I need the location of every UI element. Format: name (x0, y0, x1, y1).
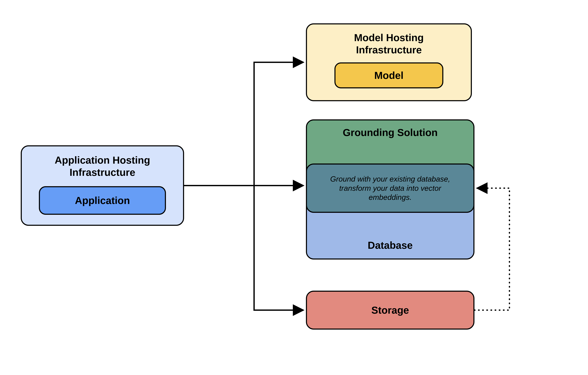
storage-label: Storage (371, 304, 409, 316)
edge-storage-to-overlap (474, 188, 509, 310)
edge-app-to-model (184, 62, 303, 186)
diagram-canvas: Application HostingInfrastructure Applic… (0, 0, 588, 375)
database-label: Database (307, 239, 473, 251)
node-app-host: Application HostingInfrastructure Applic… (21, 145, 184, 226)
model-host-title: Model HostingInfrastructure (354, 32, 424, 56)
node-model-host: Model HostingInfrastructure Model (306, 23, 472, 101)
node-storage: Storage (306, 291, 474, 330)
node-grounding-database-overlap: Ground with your existing database, tran… (306, 164, 474, 213)
edge-app-to-storage (184, 186, 303, 310)
node-model: Model (335, 62, 443, 88)
node-application: Application (39, 186, 166, 215)
grounding-label: Grounding Solution (307, 127, 473, 138)
app-host-title: Application HostingInfrastructure (55, 154, 150, 178)
overlap-text: Ground with your existing database, tran… (317, 174, 463, 202)
